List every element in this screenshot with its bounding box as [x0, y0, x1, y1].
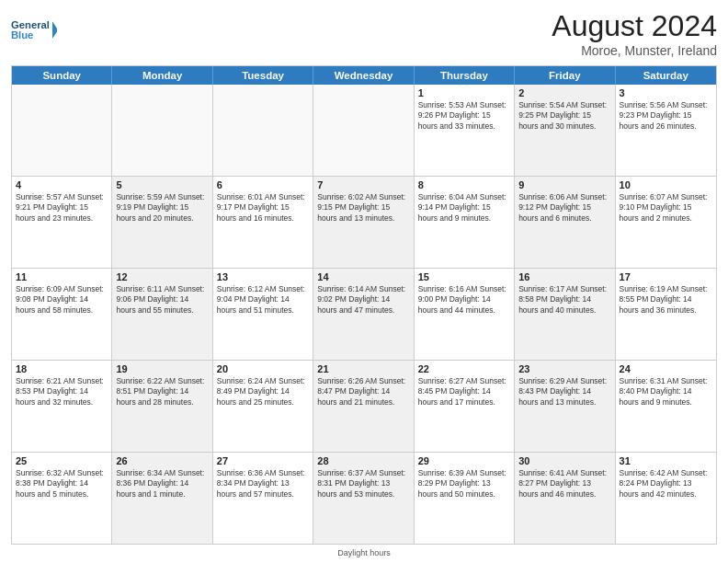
day-info: Sunrise: 6:42 AM Sunset: 8:24 PM Dayligh… — [620, 468, 712, 500]
day-number: 7 — [317, 179, 409, 190]
day-info: Sunrise: 6:19 AM Sunset: 8:55 PM Dayligh… — [620, 284, 712, 316]
cal-cell-day-31: 31Sunrise: 6:42 AM Sunset: 8:24 PM Dayli… — [616, 453, 716, 544]
svg-text:Blue: Blue — [11, 29, 33, 40]
day-number: 2 — [518, 87, 610, 98]
day-number: 19 — [116, 363, 208, 374]
day-number: 28 — [317, 455, 409, 466]
day-info: Sunrise: 6:12 AM Sunset: 9:04 PM Dayligh… — [217, 284, 309, 316]
footer-note: Daylight hours — [11, 548, 717, 557]
day-info: Sunrise: 6:36 AM Sunset: 8:34 PM Dayligh… — [217, 468, 309, 500]
day-number: 22 — [418, 363, 510, 374]
day-number: 26 — [116, 455, 208, 466]
day-number: 10 — [620, 179, 712, 190]
cal-row-4: 25Sunrise: 6:32 AM Sunset: 8:38 PM Dayli… — [12, 453, 716, 544]
day-info: Sunrise: 6:34 AM Sunset: 8:36 PM Dayligh… — [116, 468, 208, 500]
cal-cell-empty — [12, 85, 112, 176]
day-header-monday: Monday — [112, 66, 212, 85]
day-number: 17 — [620, 271, 712, 282]
day-number: 1 — [418, 87, 510, 98]
day-header-sunday: Sunday — [12, 66, 112, 85]
cal-cell-day-16: 16Sunrise: 6:17 AM Sunset: 8:58 PM Dayli… — [515, 269, 615, 360]
day-info: Sunrise: 6:24 AM Sunset: 8:49 PM Dayligh… — [217, 376, 309, 408]
cal-cell-day-18: 18Sunrise: 6:21 AM Sunset: 8:53 PM Dayli… — [12, 361, 112, 452]
cal-cell-day-6: 6Sunrise: 6:01 AM Sunset: 9:17 PM Daylig… — [213, 177, 313, 268]
day-info: Sunrise: 6:31 AM Sunset: 8:40 PM Dayligh… — [620, 376, 712, 408]
day-info: Sunrise: 6:27 AM Sunset: 8:45 PM Dayligh… — [418, 376, 510, 408]
cal-cell-day-26: 26Sunrise: 6:34 AM Sunset: 8:36 PM Dayli… — [112, 453, 212, 544]
month-title: August 2024 — [552, 9, 717, 43]
day-number: 14 — [317, 271, 409, 282]
day-number: 15 — [418, 271, 510, 282]
day-info: Sunrise: 6:11 AM Sunset: 9:06 PM Dayligh… — [116, 284, 208, 316]
day-info: Sunrise: 6:41 AM Sunset: 8:27 PM Dayligh… — [518, 468, 610, 500]
day-info: Sunrise: 6:22 AM Sunset: 8:51 PM Dayligh… — [116, 376, 208, 408]
cal-cell-day-15: 15Sunrise: 6:16 AM Sunset: 9:00 PM Dayli… — [415, 269, 515, 360]
cal-cell-day-1: 1Sunrise: 5:53 AM Sunset: 9:26 PM Daylig… — [415, 85, 515, 176]
day-number: 23 — [518, 363, 610, 374]
cal-cell-day-10: 10Sunrise: 6:07 AM Sunset: 9:10 PM Dayli… — [616, 177, 716, 268]
cal-cell-day-21: 21Sunrise: 6:26 AM Sunset: 8:47 PM Dayli… — [313, 361, 414, 452]
cal-cell-day-4: 4Sunrise: 5:57 AM Sunset: 9:21 PM Daylig… — [12, 177, 112, 268]
day-info: Sunrise: 5:53 AM Sunset: 9:26 PM Dayligh… — [418, 100, 510, 132]
cal-row-2: 11Sunrise: 6:09 AM Sunset: 9:08 PM Dayli… — [12, 269, 716, 361]
day-info: Sunrise: 6:37 AM Sunset: 8:31 PM Dayligh… — [317, 468, 409, 500]
day-header-friday: Friday — [515, 66, 615, 85]
cal-cell-day-11: 11Sunrise: 6:09 AM Sunset: 9:08 PM Dayli… — [12, 269, 112, 360]
cal-cell-day-29: 29Sunrise: 6:39 AM Sunset: 8:29 PM Dayli… — [415, 453, 515, 544]
day-number: 4 — [16, 179, 108, 190]
day-info: Sunrise: 6:26 AM Sunset: 8:47 PM Dayligh… — [317, 376, 409, 408]
day-info: Sunrise: 6:06 AM Sunset: 9:12 PM Dayligh… — [518, 192, 610, 224]
cal-cell-day-28: 28Sunrise: 6:37 AM Sunset: 8:31 PM Dayli… — [313, 453, 414, 544]
day-number: 30 — [518, 455, 610, 466]
day-header-wednesday: Wednesday — [313, 66, 414, 85]
cal-cell-day-13: 13Sunrise: 6:12 AM Sunset: 9:04 PM Dayli… — [213, 269, 313, 360]
svg-marker-2 — [52, 21, 57, 39]
cal-cell-day-17: 17Sunrise: 6:19 AM Sunset: 8:55 PM Dayli… — [616, 269, 716, 360]
day-number: 24 — [620, 363, 712, 374]
day-number: 8 — [418, 179, 510, 190]
day-info: Sunrise: 6:14 AM Sunset: 9:02 PM Dayligh… — [317, 284, 409, 316]
day-info: Sunrise: 5:59 AM Sunset: 9:19 PM Dayligh… — [116, 192, 208, 224]
day-number: 5 — [116, 179, 208, 190]
cal-cell-day-9: 9Sunrise: 6:06 AM Sunset: 9:12 PM Daylig… — [515, 177, 615, 268]
day-info: Sunrise: 6:32 AM Sunset: 8:38 PM Dayligh… — [16, 468, 108, 500]
cal-cell-empty — [213, 85, 313, 176]
day-info: Sunrise: 5:54 AM Sunset: 9:25 PM Dayligh… — [518, 100, 610, 132]
cal-row-3: 18Sunrise: 6:21 AM Sunset: 8:53 PM Dayli… — [12, 361, 716, 453]
day-number: 13 — [217, 271, 309, 282]
cal-cell-day-5: 5Sunrise: 5:59 AM Sunset: 9:19 PM Daylig… — [112, 177, 212, 268]
cal-cell-day-25: 25Sunrise: 6:32 AM Sunset: 8:38 PM Dayli… — [12, 453, 112, 544]
cal-cell-empty — [112, 85, 212, 176]
day-number: 3 — [620, 87, 712, 98]
header: General Blue August 2024 Moroe, Munster,… — [11, 9, 717, 58]
title-block: August 2024 Moroe, Munster, Ireland — [552, 9, 717, 58]
day-header-tuesday: Tuesday — [213, 66, 313, 85]
day-number: 11 — [16, 271, 108, 282]
svg-text:General: General — [11, 19, 50, 30]
calendar: SundayMondayTuesdayWednesdayThursdayFrid… — [11, 65, 717, 545]
calendar-body: 1Sunrise: 5:53 AM Sunset: 9:26 PM Daylig… — [12, 85, 716, 544]
day-info: Sunrise: 6:17 AM Sunset: 8:58 PM Dayligh… — [518, 284, 610, 316]
cal-cell-day-8: 8Sunrise: 6:04 AM Sunset: 9:14 PM Daylig… — [415, 177, 515, 268]
day-number: 9 — [518, 179, 610, 190]
day-number: 21 — [317, 363, 409, 374]
day-info: Sunrise: 6:29 AM Sunset: 8:43 PM Dayligh… — [518, 376, 610, 408]
day-info: Sunrise: 6:39 AM Sunset: 8:29 PM Dayligh… — [418, 468, 510, 500]
cal-cell-day-7: 7Sunrise: 6:02 AM Sunset: 9:15 PM Daylig… — [313, 177, 414, 268]
day-info: Sunrise: 6:21 AM Sunset: 8:53 PM Dayligh… — [16, 376, 108, 408]
logo: General Blue — [11, 9, 57, 51]
calendar-header: SundayMondayTuesdayWednesdayThursdayFrid… — [12, 66, 716, 85]
cal-cell-day-30: 30Sunrise: 6:41 AM Sunset: 8:27 PM Dayli… — [515, 453, 615, 544]
day-number: 29 — [418, 455, 510, 466]
day-number: 31 — [620, 455, 712, 466]
day-number: 12 — [116, 271, 208, 282]
cal-row-1: 4Sunrise: 5:57 AM Sunset: 9:21 PM Daylig… — [12, 177, 716, 269]
cal-cell-day-27: 27Sunrise: 6:36 AM Sunset: 8:34 PM Dayli… — [213, 453, 313, 544]
day-info: Sunrise: 6:04 AM Sunset: 9:14 PM Dayligh… — [418, 192, 510, 224]
day-info: Sunrise: 5:57 AM Sunset: 9:21 PM Dayligh… — [16, 192, 108, 224]
day-header-thursday: Thursday — [415, 66, 515, 85]
day-number: 27 — [217, 455, 309, 466]
day-number: 18 — [16, 363, 108, 374]
day-info: Sunrise: 6:16 AM Sunset: 9:00 PM Dayligh… — [418, 284, 510, 316]
cal-cell-day-19: 19Sunrise: 6:22 AM Sunset: 8:51 PM Dayli… — [112, 361, 212, 452]
